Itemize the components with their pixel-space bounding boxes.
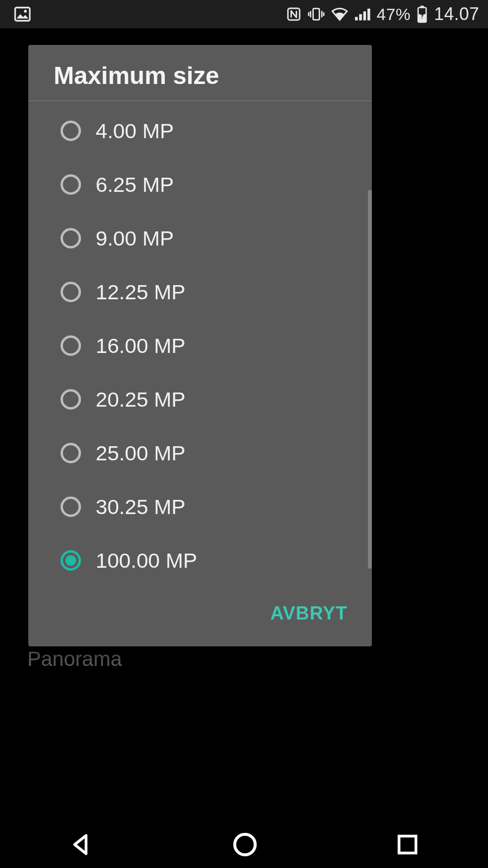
option-20-25-mp[interactable]: 20.25 MP xyxy=(28,372,372,426)
battery-percent: 47% xyxy=(377,5,411,24)
svg-rect-5 xyxy=(359,14,362,21)
option-16-00-mp[interactable]: 16.00 MP xyxy=(28,319,372,372)
option-label: 9.00 MP xyxy=(96,227,174,250)
svg-rect-3 xyxy=(313,8,319,20)
nav-back-icon[interactable] xyxy=(68,831,95,858)
svg-rect-4 xyxy=(355,17,358,21)
option-label: 30.25 MP xyxy=(96,495,185,519)
cancel-button[interactable]: AVBRYT xyxy=(264,598,354,629)
radio-icon xyxy=(61,389,81,410)
scrollbar[interactable] xyxy=(368,190,372,569)
option-6-25-mp[interactable]: 6.25 MP xyxy=(28,158,372,211)
radio-icon xyxy=(61,174,81,195)
radio-icon xyxy=(61,496,81,517)
option-100-00-mp[interactable]: 100.00 MP xyxy=(28,534,372,587)
option-label: 16.00 MP xyxy=(96,334,185,358)
svg-rect-0 xyxy=(15,8,30,21)
picture-icon xyxy=(14,5,31,23)
option-label: 20.25 MP xyxy=(96,388,185,412)
radio-icon xyxy=(61,228,81,248)
battery-charging-icon xyxy=(416,5,428,23)
vibrate-icon xyxy=(307,6,325,22)
option-9-00-mp[interactable]: 9.00 MP xyxy=(28,211,372,265)
option-label: 4.00 MP xyxy=(96,119,174,143)
svg-rect-6 xyxy=(363,11,366,20)
option-label: 100.00 MP xyxy=(96,549,197,573)
option-label: 12.25 MP xyxy=(96,280,185,304)
maximum-size-dialog: Maximum size 4.00 MP 6.25 MP 9.00 MP 12.… xyxy=(28,45,372,646)
signal-icon xyxy=(354,7,371,21)
option-4-00-mp[interactable]: 4.00 MP xyxy=(28,104,372,158)
option-25-00-mp[interactable]: 25.00 MP xyxy=(28,426,372,480)
nav-recents-icon[interactable] xyxy=(395,832,420,857)
radio-icon xyxy=(61,121,81,141)
nfc-icon xyxy=(286,6,302,22)
dialog-options-list[interactable]: 4.00 MP 6.25 MP 9.00 MP 12.25 MP 16.00 M… xyxy=(28,101,372,598)
radio-icon-selected xyxy=(61,550,81,571)
svg-rect-12 xyxy=(399,836,416,853)
svg-point-11 xyxy=(235,834,255,855)
status-clock: 14.07 xyxy=(434,4,479,24)
navigation-bar xyxy=(0,821,488,868)
nav-home-icon[interactable] xyxy=(231,831,259,858)
svg-rect-9 xyxy=(421,6,425,8)
option-12-25-mp[interactable]: 12.25 MP xyxy=(28,265,372,319)
option-30-25-mp[interactable]: 30.25 MP xyxy=(28,480,372,534)
wifi-icon xyxy=(331,7,348,21)
radio-icon xyxy=(61,443,81,463)
svg-rect-7 xyxy=(367,9,370,21)
status-bar: 47% 14.07 xyxy=(0,0,488,28)
radio-icon xyxy=(61,282,81,302)
dialog-title: Maximum size xyxy=(28,45,372,101)
radio-icon xyxy=(61,335,81,356)
option-label: 6.25 MP xyxy=(96,173,174,197)
option-label: 25.00 MP xyxy=(96,441,185,465)
svg-point-1 xyxy=(24,10,27,13)
dialog-actions: AVBRYT xyxy=(28,598,372,646)
